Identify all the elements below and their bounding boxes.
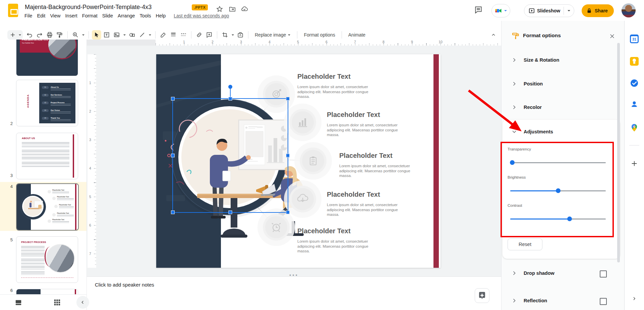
slide-thumbnail-5[interactable]: PROJECT PROCESS (16, 236, 78, 283)
border-dash-button[interactable] (179, 30, 188, 40)
print-button[interactable] (45, 30, 54, 40)
resize-handle-s[interactable] (229, 210, 232, 214)
resize-handle-e[interactable] (286, 154, 290, 158)
placeholder-block-3[interactable]: Placeholder Text Lorem ipsum dolor sit a… (339, 152, 426, 178)
menu-format[interactable]: Format (80, 12, 100, 19)
reset-image-button[interactable] (236, 30, 245, 40)
image-caret-icon[interactable] (122, 30, 127, 40)
speaker-notes[interactable]: Click to add speaker notes (86, 276, 502, 310)
placeholder-block-5[interactable]: Placeholder Text Lorem ipsum dolor sit a… (297, 227, 385, 254)
crop-caret-icon[interactable] (230, 30, 235, 40)
slider-thumb[interactable] (556, 188, 561, 193)
star-icon[interactable] (216, 5, 223, 13)
placeholder-block-4[interactable]: Placeholder Text Lorem ipsum dolor sit a… (327, 191, 414, 217)
section-adjustments[interactable]: Adjustments (502, 126, 620, 139)
insert-shape-button[interactable] (127, 30, 137, 40)
strip-chevron-icon[interactable] (630, 294, 639, 303)
pen-icon[interactable] (159, 30, 168, 40)
resize-handle-w[interactable] (171, 154, 175, 158)
menu-view[interactable]: View (48, 12, 63, 19)
section-recolor[interactable]: Recolor (502, 101, 620, 115)
crop-button[interactable] (220, 30, 230, 40)
grid-view-icon[interactable] (52, 297, 62, 307)
redo-button[interactable] (35, 30, 44, 40)
slider-thumb[interactable] (567, 216, 572, 221)
slideshow-button[interactable]: Slideshow (524, 4, 574, 17)
reset-button[interactable]: Reset (508, 238, 542, 250)
notes-resize-dots[interactable]: ••• (289, 272, 299, 276)
border-weight-button[interactable] (169, 30, 178, 40)
cloud-status-icon[interactable] (241, 5, 248, 13)
panel-scrollbar[interactable] (617, 43, 620, 262)
undo-button[interactable] (25, 30, 34, 40)
menu-edit[interactable]: Edit (35, 12, 48, 19)
slide-thumbnail-2[interactable]: AGENDA 01 About Us 02 Our Services 03 Pr… (16, 80, 78, 126)
resize-handle-ne[interactable] (286, 97, 290, 101)
editing-canvas[interactable]: 12 34 56 78 910 12 34 56 7 (86, 40, 502, 276)
drop-shadow-checkbox[interactable] (600, 270, 607, 277)
slider-thumb[interactable] (510, 160, 515, 165)
slide-thumbnail-1[interactable]: PRESENTATION TITLE Your Subtitle Here (16, 40, 78, 76)
move-folder-icon[interactable] (229, 5, 236, 13)
maps-icon[interactable] (630, 123, 639, 132)
placeholder-block-2[interactable]: Placeholder Text Lorem ipsum dolor sit a… (327, 111, 414, 137)
section-size-rotation[interactable]: Size & Rotation (502, 54, 620, 67)
collapse-filmstrip-icon[interactable] (76, 296, 89, 309)
menu-slide[interactable]: Slide (100, 12, 115, 19)
slides-logo-icon[interactable] (8, 4, 18, 17)
replace-image-button[interactable]: Replace image (251, 31, 294, 39)
keep-icon[interactable] (630, 57, 639, 66)
insert-link-button[interactable] (194, 30, 204, 40)
new-slide-button[interactable] (7, 30, 23, 40)
explore-button[interactable] (475, 288, 489, 303)
comments-icon[interactable] (474, 5, 481, 13)
slide-thumbnail-4[interactable]: Placeholder Text Placeholder Text Placeh… (16, 183, 79, 231)
menu-file[interactable]: File (22, 12, 35, 19)
last-edit-link[interactable]: Last edit was seconds ago (171, 12, 231, 19)
collapse-toolbar-icon[interactable] (489, 30, 498, 40)
menu-arrange[interactable]: Arrange (115, 12, 137, 19)
menu-tools[interactable]: Tools (137, 12, 154, 19)
rotation-handle[interactable] (228, 85, 232, 89)
slide-thumbnail-3[interactable]: ABOUT US (16, 133, 78, 179)
calendar-icon[interactable]: 31 (630, 34, 639, 44)
new-slide-caret-icon[interactable] (17, 30, 22, 40)
menu-help[interactable]: Help (153, 12, 168, 19)
resize-handle-n[interactable] (229, 97, 232, 101)
tasks-icon[interactable] (630, 78, 639, 88)
speaker-notes-placeholder[interactable]: Click to add speaker notes (95, 282, 154, 288)
slide-editor[interactable]: Placeholder Text Lorem ipsum dolor sit a… (156, 54, 441, 268)
insert-line-button[interactable] (137, 30, 147, 40)
meet-button[interactable] (491, 4, 510, 17)
section-reflection[interactable]: Reflection (502, 295, 620, 308)
section-position[interactable]: Position (502, 78, 620, 91)
resize-handle-se[interactable] (286, 210, 290, 214)
animate-button[interactable]: Animate (345, 31, 369, 39)
share-button[interactable]: Share (582, 4, 614, 17)
account-avatar[interactable] (622, 3, 636, 17)
transparency-slider[interactable] (510, 160, 606, 165)
contacts-icon[interactable] (630, 100, 639, 109)
selection-bounding-box[interactable] (172, 98, 288, 213)
document-title[interactable]: Majenta-Background-PowerPoint-Template-4… (25, 4, 152, 11)
resize-handle-sw[interactable] (171, 210, 175, 214)
add-comment-button[interactable] (204, 30, 214, 40)
text-box-button[interactable] (102, 30, 111, 40)
zoom-button[interactable] (71, 30, 80, 40)
paint-format-button[interactable] (55, 30, 64, 40)
zoom-caret-icon[interactable] (81, 30, 85, 40)
line-caret-icon[interactable] (148, 30, 152, 40)
reflection-checkbox[interactable] (600, 298, 607, 305)
brightness-slider[interactable] (510, 188, 606, 193)
placeholder-block-1[interactable]: Placeholder Text Lorem ipsum dolor sit a… (297, 73, 385, 99)
section-drop-shadow[interactable]: Drop shadow (502, 267, 620, 281)
menu-insert[interactable]: Insert (63, 12, 80, 19)
get-addons-icon[interactable] (630, 159, 639, 168)
close-panel-icon[interactable] (607, 32, 617, 41)
select-tool-button[interactable] (92, 30, 101, 40)
insert-image-button[interactable] (112, 30, 121, 40)
format-options-button[interactable]: Format options (300, 31, 338, 39)
filmstrip-view-icon[interactable] (13, 297, 23, 307)
slideshow-caret-icon[interactable] (564, 9, 574, 12)
contrast-slider[interactable] (510, 216, 606, 221)
